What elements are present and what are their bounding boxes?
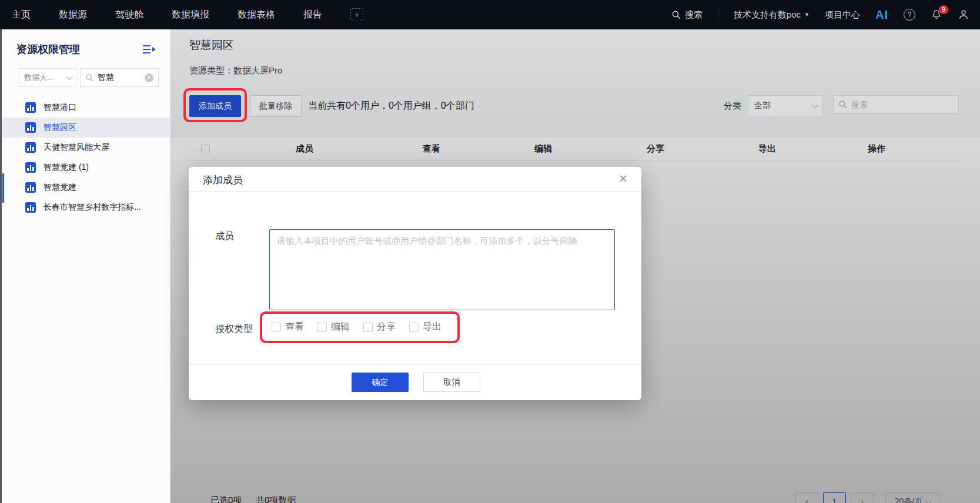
resource-type-select[interactable]: 数据大...: [19, 68, 76, 87]
sidebar-resource-permissions: 资源权限管理 数据大... ×: [2, 29, 170, 503]
checkbox-icon: [363, 323, 373, 332]
modal-footer: 确定 取消: [189, 364, 641, 400]
confirm-button[interactable]: 确定: [352, 373, 409, 392]
resource-list: 智慧港口 智慧园区 天健智慧风能大屏 智慧党建 (1) 智慧党建 长春市智慧乡村…: [2, 98, 170, 217]
checkbox-view[interactable]: 查看: [272, 321, 304, 333]
add-member-modal: 添加成员 × 成员 授权类型 查看 编辑 分享 导出 确定: [189, 167, 641, 400]
close-icon[interactable]: ×: [619, 170, 627, 187]
bar-chart-icon: [25, 202, 36, 213]
checkbox-icon: [272, 323, 281, 332]
chevron-down-icon: [66, 73, 73, 80]
checkbox-edit[interactable]: 编辑: [317, 321, 350, 333]
account-dropdown[interactable]: 技术支持有数poc ▼: [734, 9, 810, 21]
account-name: 技术支持有数poc: [734, 9, 801, 21]
add-module-icon[interactable]: +: [350, 8, 363, 21]
member-field-label: 成员: [215, 230, 234, 243]
nav-data-entry[interactable]: 数据填报: [172, 9, 209, 21]
resource-type-value: 数据大...: [24, 72, 53, 83]
notifications-button[interactable]: 9: [931, 9, 942, 21]
nav-home[interactable]: 主页: [12, 9, 31, 21]
nav-report[interactable]: 报告: [303, 9, 322, 21]
ai-logo[interactable]: AI: [875, 8, 888, 22]
modal-header: 添加成员 ×: [189, 167, 641, 192]
checkbox-icon: [409, 323, 419, 332]
bar-chart-icon: [25, 102, 36, 113]
global-search-label: 搜索: [685, 9, 703, 21]
nav-datasource[interactable]: 数据源: [59, 9, 87, 21]
bar-chart-icon: [25, 122, 36, 133]
topbar: 主页 数据源 驾驶舱 数据填报 数据表格 报告 + 搜索 技术支持有数poc ▼…: [0, 0, 980, 29]
topbar-nav: 主页 数据源 驾驶舱 数据填报 数据表格 报告 +: [0, 8, 363, 21]
scroll-indicator: [2, 173, 4, 203]
bar-chart-icon: [25, 162, 36, 173]
app-root: 主页 数据源 驾驶舱 数据填报 数据表格 报告 + 搜索 技术支持有数poc ▼…: [0, 0, 980, 503]
topbar-actions: 搜索 技术支持有数poc ▼ 项目中心 AI ? 9: [671, 8, 980, 22]
project-center-link[interactable]: 项目中心: [825, 9, 860, 21]
sidebar-search-box: ×: [80, 68, 159, 87]
sidebar-item-smart-park[interactable]: 智慧园区: [2, 118, 170, 138]
nav-cockpit[interactable]: 驾驶舱: [115, 9, 143, 21]
collapse-panel-icon[interactable]: [143, 45, 156, 54]
search-icon: [85, 73, 94, 82]
help-icon[interactable]: ?: [904, 9, 915, 21]
bar-chart-icon: [25, 182, 36, 193]
sidebar-item-party-building[interactable]: 智慧党建: [2, 177, 170, 197]
member-input[interactable]: [269, 229, 615, 310]
user-avatar-icon[interactable]: [958, 9, 969, 21]
checkbox-export[interactable]: 导出: [409, 321, 441, 333]
window-edge-strip: [0, 29, 2, 503]
chevron-down-icon: ▼: [804, 12, 810, 18]
global-search-button[interactable]: 搜索: [671, 9, 703, 21]
search-icon: [671, 10, 681, 20]
cancel-button[interactable]: 取消: [423, 373, 480, 392]
sidebar-title: 资源权限管理: [16, 42, 80, 56]
clear-search-icon[interactable]: ×: [145, 73, 153, 82]
checkbox-icon: [317, 323, 327, 332]
notification-badge: 9: [939, 5, 948, 14]
bar-chart-icon: [25, 142, 36, 153]
sidebar-item-wind-screen[interactable]: 天健智慧风能大屏: [2, 138, 170, 157]
auth-type-label: 授权类型: [215, 323, 253, 336]
nav-data-table[interactable]: 数据表格: [238, 9, 275, 21]
checkbox-share[interactable]: 分享: [363, 321, 396, 333]
topbar-divider: [718, 9, 718, 20]
sidebar-item-smart-port[interactable]: 智慧港口: [2, 98, 170, 118]
auth-options-row: 查看 编辑 分享 导出: [272, 321, 441, 333]
sidebar-search-input[interactable]: [98, 73, 141, 82]
modal-title: 添加成员: [203, 173, 243, 187]
sidebar-item-rural-index[interactable]: 长春市智慧乡村数字指标...: [2, 197, 170, 217]
sidebar-item-party-building-1[interactable]: 智慧党建 (1): [2, 157, 170, 177]
